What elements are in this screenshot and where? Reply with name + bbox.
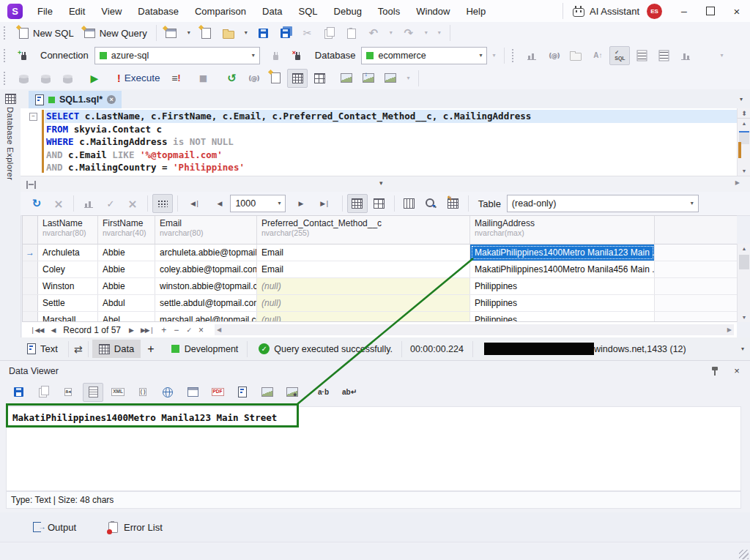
- format-button[interactable]: [675, 46, 696, 65]
- chart-view-button[interactable]: [336, 69, 357, 88]
- grid-cell[interactable]: settle.abdul@topmail.com: [155, 295, 257, 311]
- tab-error-list[interactable]: Error List: [107, 521, 163, 533]
- menu-edit[interactable]: Edit: [61, 0, 93, 22]
- new-document-button[interactable]: [161, 23, 182, 42]
- database-explorer-strip[interactable]: Database Explorer: [0, 89, 21, 360]
- scroll-down-icon[interactable]: ▼: [738, 313, 750, 322]
- split-view-icon[interactable]: [26, 181, 36, 189]
- chart-save-button[interactable]: ↓: [358, 69, 379, 88]
- menu-file[interactable]: File: [29, 0, 61, 22]
- open-file-button[interactable]: [218, 23, 239, 42]
- reconnect-button[interactable]: [266, 46, 286, 65]
- column-header-mailingaddress[interactable]: MailingAddressnvarchar(max): [470, 216, 655, 244]
- dv-json-view-button[interactable]: { }: [133, 383, 153, 402]
- selected-cell[interactable]: MakatiPhilippines1400Metro Manila123 Mai…: [470, 244, 655, 261]
- last-record-button[interactable]: ▶▶❘: [137, 326, 157, 334]
- results-to-file-button[interactable]: [265, 69, 286, 88]
- toolbar-grip[interactable]: [4, 49, 8, 62]
- next-record-button[interactable]: ▶: [125, 326, 137, 334]
- copy-button[interactable]: [319, 23, 340, 42]
- tab-list-dropdown[interactable]: ▾: [740, 97, 743, 102]
- post-edit-button[interactable]: ✓: [182, 326, 195, 334]
- grid-cell[interactable]: Abbie: [98, 244, 155, 261]
- cell-value-text[interactable]: MakatiPhilippines1400Metro Manila123 Mai…: [12, 412, 277, 423]
- card-view-toggle[interactable]: [369, 194, 390, 213]
- table-row[interactable]: ColeyAbbiecoley.abbie@topmail.comEmailMa…: [23, 261, 737, 278]
- close-button[interactable]: ×: [724, 0, 750, 22]
- toolbar-grip[interactable]: [512, 49, 516, 62]
- tab-data-view[interactable]: Data: [92, 340, 141, 358]
- column-header-email[interactable]: Emailnvarchar(80): [155, 216, 257, 244]
- dv-pdf-view-button[interactable]: PDF: [207, 383, 228, 402]
- new-file-button[interactable]: [196, 23, 217, 42]
- dv-html-view-button[interactable]: [157, 383, 178, 402]
- grid-cell[interactable]: Philippines: [470, 295, 655, 311]
- sql-line[interactable]: SELECT c.LastName, c.FirstName, c.Email,…: [45, 110, 737, 123]
- pin-icon[interactable]: [709, 365, 721, 377]
- menu-help[interactable]: Help: [458, 0, 494, 22]
- cancel-button[interactable]: [48, 194, 69, 213]
- grid-cell[interactable]: coley.abbie@topmail.com: [155, 261, 257, 277]
- parameters-button[interactable]: [243, 69, 264, 88]
- scroll-up-icon[interactable]: ▲: [738, 119, 750, 128]
- results-grid[interactable]: LastNamenvarchar(80)FirstNamenvarchar(40…: [22, 215, 737, 322]
- table-mode-select[interactable]: (read-only) ▾: [507, 195, 699, 212]
- undo-dropdown[interactable]: ▾: [385, 23, 397, 42]
- resize-grip[interactable]: [739, 550, 749, 559]
- prev-page-button[interactable]: ◀: [209, 194, 229, 213]
- execute-button[interactable]: ! Execute: [113, 69, 164, 88]
- indent-button[interactable]: [653, 46, 674, 65]
- new-sql-button[interactable]: New SQL: [13, 23, 78, 42]
- scroll-right-icon[interactable]: ▶: [727, 326, 732, 333]
- refresh-button[interactable]: [26, 194, 47, 213]
- tab-close-icon[interactable]: ×: [107, 95, 116, 104]
- grid-cell[interactable]: Abel: [98, 312, 155, 322]
- column-header-preferred_contact_method__c[interactable]: Preferred_Contact_Method__cnvarchar(255): [257, 216, 470, 244]
- grid-cell[interactable]: Abbie: [98, 278, 155, 294]
- sql-editor[interactable]: − SELECT c.LastName, c.FirstName, c.Emai…: [21, 108, 737, 176]
- aggregate-button[interactable]: [78, 194, 99, 213]
- new-document-dropdown[interactable]: ▾: [183, 23, 195, 42]
- table-row[interactable]: SettleAbdulsettle.abdul@topmail.com(null…: [23, 295, 737, 312]
- dv-binary-view-button[interactable]: a◂: [58, 383, 78, 402]
- grid-cell[interactable]: winston.abbie@topmail.com: [155, 278, 257, 294]
- grid-cell[interactable]: Coley: [38, 261, 98, 277]
- grid-cell[interactable]: archuleta.abbie@topmail.com: [155, 244, 257, 261]
- dv-image-view-button[interactable]: [257, 383, 278, 402]
- delete-record-button[interactable]: −: [170, 325, 182, 335]
- page-size-select[interactable]: 1000 ▾: [230, 195, 286, 212]
- connect-button[interactable]: +: [13, 46, 34, 65]
- minimize-button[interactable]: –: [671, 0, 697, 22]
- menu-comparison[interactable]: Comparison: [187, 0, 254, 22]
- cancel-edit-button[interactable]: ×: [195, 325, 207, 335]
- scroll-left-icon[interactable]: ◀: [217, 326, 221, 333]
- grid-cell[interactable]: MakatiPhilippines1400Metro Manila456 Mai…: [470, 261, 655, 277]
- code-fold-icon[interactable]: −: [29, 113, 37, 121]
- toolbar-overflow[interactable]: ▾: [434, 23, 445, 42]
- sql-line[interactable]: AND c.Email LIKE '%@topmail.com': [46, 149, 722, 162]
- toolbar-grip[interactable]: [4, 26, 8, 40]
- row-selector[interactable]: [23, 295, 38, 311]
- grid-cell[interactable]: (null): [257, 278, 470, 294]
- stop-button[interactable]: [193, 69, 213, 88]
- ai-assistant-button[interactable]: AI Assistant: [590, 6, 639, 17]
- history-button[interactable]: [221, 69, 242, 88]
- grid-cell[interactable]: Winston: [38, 278, 98, 294]
- prev-record-button[interactable]: ◀: [47, 326, 59, 334]
- undo-button[interactable]: [363, 23, 384, 42]
- cut-button[interactable]: [297, 23, 318, 42]
- outdent-button[interactable]: [631, 46, 652, 65]
- comment-button[interactable]: [521, 46, 542, 65]
- snippet-button[interactable]: [543, 46, 564, 65]
- chart-data-button[interactable]: [380, 69, 401, 88]
- database-select[interactable]: ecommerce ▾: [361, 47, 487, 64]
- sql-line[interactable]: WHERE c.MailingAddress is NOT NULL: [46, 135, 722, 149]
- tab-output[interactable]: Output: [31, 521, 76, 533]
- grid-cell[interactable]: Email: [257, 244, 470, 261]
- grid-view-toggle[interactable]: [347, 194, 368, 213]
- save-button[interactable]: [253, 23, 274, 42]
- row-selector[interactable]: [23, 312, 38, 322]
- first-page-button[interactable]: ◀❘: [182, 194, 207, 213]
- row-selector[interactable]: [23, 278, 38, 294]
- scroll-right-icon[interactable]: ▶: [735, 179, 740, 186]
